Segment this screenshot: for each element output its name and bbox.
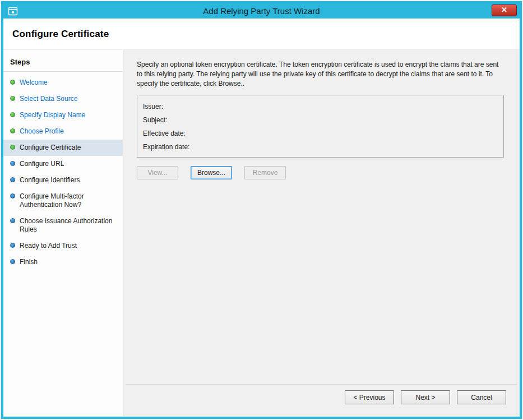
next-button[interactable]: Next > (401, 390, 450, 404)
main-body: Specify an optional token encryption cer… (123, 50, 520, 384)
certificate-actions: View... Browse... Remove (137, 166, 504, 179)
step-label: Select Data Source (20, 95, 77, 103)
browse-button[interactable]: Browse... (191, 166, 232, 179)
close-button[interactable]: ✕ (492, 4, 517, 16)
step-label: Configure URL (20, 160, 64, 168)
sidebar-item-select-data-source[interactable]: Select Data Source (3, 91, 123, 107)
sidebar-item-choose-profile[interactable]: Choose Profile (3, 123, 123, 140)
sidebar-item-configure-identifiers[interactable]: Configure Identifiers (3, 172, 123, 188)
wizard-footer: < Previous Next > Cancel (126, 384, 517, 417)
effective-date-label: Effective date: (143, 127, 498, 140)
step-label: Specify Display Name (20, 111, 85, 119)
sidebar-item-ready-to-add-trust[interactable]: Ready to Add Trust (3, 238, 123, 254)
main-panel: Specify an optional token encryption cer… (123, 50, 520, 417)
sidebar-item-welcome[interactable]: Welcome (3, 75, 123, 91)
sidebar-item-configure-certificate[interactable]: Configure Certificate (3, 140, 123, 156)
step-label: Finish (20, 258, 38, 266)
close-icon: ✕ (501, 6, 507, 14)
certificate-info-box: Issuer: Subject: Effective date: Expirat… (137, 95, 504, 158)
cancel-button[interactable]: Cancel (457, 390, 506, 404)
expiration-date-label: Expiration date: (143, 140, 498, 154)
step-label: Configure Identifiers (20, 176, 80, 184)
step-bullet-icon (10, 96, 15, 101)
step-bullet-icon (10, 218, 15, 223)
previous-button[interactable]: < Previous (345, 390, 394, 404)
app-icon (8, 6, 18, 16)
step-bullet-icon (10, 193, 15, 199)
step-bullet-icon (10, 177, 15, 182)
content-row: Steps Welcome Select Data Source Specify… (3, 50, 520, 417)
step-bullet-icon (10, 112, 15, 117)
page-header: Configure Certificate (3, 19, 520, 50)
subject-label: Subject: (143, 113, 498, 127)
description-text: Specify an optional token encryption cer… (137, 60, 504, 88)
step-label: Configure Multi-factor Authentication No… (20, 192, 117, 209)
title-bar[interactable]: Add Relying Party Trust Wizard ✕ (3, 3, 520, 19)
step-label: Choose Issuance Authorization Rules (20, 217, 117, 234)
steps-heading: Steps (3, 54, 123, 72)
step-bullet-icon (10, 259, 15, 264)
issuer-label: Issuer: (143, 100, 498, 113)
sidebar-item-configure-mfa[interactable]: Configure Multi-factor Authentication No… (3, 188, 123, 213)
view-button[interactable]: View... (137, 166, 178, 179)
step-label: Welcome (20, 79, 48, 87)
sidebar-item-specify-display-name[interactable]: Specify Display Name (3, 107, 123, 123)
window-title: Add Relying Party Trust Wizard (3, 6, 520, 16)
steps-sidebar: Steps Welcome Select Data Source Specify… (3, 50, 123, 417)
steps-list: Welcome Select Data Source Specify Displ… (3, 72, 123, 270)
step-bullet-icon (10, 145, 15, 150)
remove-button[interactable]: Remove (244, 166, 286, 179)
wizard-window: Add Relying Party Trust Wizard ✕ Configu… (1, 1, 522, 419)
step-label: Ready to Add Trust (20, 242, 77, 250)
step-bullet-icon (10, 243, 15, 248)
step-label: Configure Certificate (20, 144, 81, 152)
step-bullet-icon (10, 80, 15, 85)
step-bullet-icon (10, 161, 15, 166)
sidebar-item-configure-url[interactable]: Configure URL (3, 156, 123, 172)
step-bullet-icon (10, 128, 15, 133)
step-label: Choose Profile (20, 127, 64, 136)
page-title: Configure Certificate (12, 29, 109, 40)
sidebar-item-finish[interactable]: Finish (3, 254, 123, 270)
sidebar-item-choose-issuance-rules[interactable]: Choose Issuance Authorization Rules (3, 213, 123, 238)
